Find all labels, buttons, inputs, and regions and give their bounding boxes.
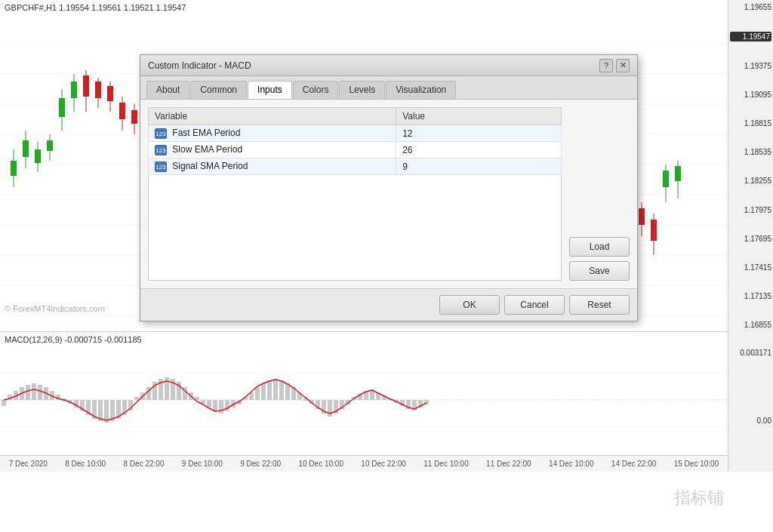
dialog-side-area: Variable Value 123 Fast EMA Period 12 <box>148 107 630 281</box>
tab-about[interactable]: About <box>146 81 189 99</box>
svg-rect-19 <box>59 98 65 117</box>
table-cell-value-3[interactable]: 9 <box>396 158 562 175</box>
time-label-3: 8 Dec 22:00 <box>124 460 165 468</box>
macd-title: MACD(12,26,9) -0.000715 -0.001185 <box>5 335 142 344</box>
table-row[interactable]: 123 Fast EMA Period 12 <box>149 125 562 142</box>
svg-rect-17 <box>47 140 53 151</box>
dialog-main-area: Variable Value 123 Fast EMA Period 12 <box>148 107 562 281</box>
indicator-dialog: Custom Indicator - MACD ? ✕ About Common… <box>140 54 638 321</box>
time-label-12: 15 Dec 10:00 <box>674 460 719 468</box>
inputs-table: Variable Value 123 Fast EMA Period 12 <box>148 107 562 281</box>
load-button[interactable]: Load <box>569 237 630 257</box>
dialog-help-button[interactable]: ? <box>599 59 613 72</box>
svg-rect-29 <box>119 103 125 119</box>
svg-rect-13 <box>23 140 29 157</box>
chart-title: GBPCHF#,H1 1.19554 1.19561 1.19521 1.195… <box>5 3 186 12</box>
svg-rect-160 <box>213 400 217 411</box>
dialog-tabs: About Common Inputs Colors Levels Visual… <box>140 76 637 100</box>
chart-container: GBPCHF#,H1 1.19554 1.19561 1.19521 1.195… <box>0 0 773 532</box>
table-cell-value-2[interactable]: 26 <box>396 142 562 158</box>
tab-visualization[interactable]: Visualization <box>386 81 456 99</box>
dialog-controls: ? ✕ <box>599 59 630 72</box>
svg-rect-172 <box>285 383 290 400</box>
time-label-11: 14 Dec 22:00 <box>611 460 657 468</box>
time-axis: 7 Dec 2020 8 Dec 10:00 8 Dec 22:00 9 Dec… <box>0 455 728 472</box>
svg-rect-142 <box>104 400 109 423</box>
time-label-6: 10 Dec 10:00 <box>298 460 343 468</box>
tab-common[interactable]: Common <box>190 81 247 99</box>
var-name-3: Signal SMA Period <box>172 161 248 171</box>
table-row[interactable]: 123 Signal SMA Period 9 <box>149 158 562 175</box>
var-name-2: Slow EMA Period <box>172 144 242 155</box>
svg-rect-11 <box>11 161 17 176</box>
table-cell-variable-1: 123 Fast EMA Period <box>149 125 396 142</box>
price-label-5: 1.18535 <box>730 148 771 156</box>
save-button[interactable]: Save <box>569 261 630 281</box>
col-value-header: Value <box>396 108 562 125</box>
table-row[interactable]: 123 Slow EMA Period 26 <box>149 142 562 158</box>
price-label-1: 1.19655 <box>730 3 771 11</box>
watermark-cn: 指标铺 <box>674 487 724 509</box>
tab-colors[interactable]: Colors <box>293 81 339 99</box>
svg-rect-129 <box>26 385 30 400</box>
ok-button[interactable]: OK <box>439 295 500 315</box>
macd-price-axis: 0.003171 0.00 <box>728 332 773 472</box>
time-label-8: 11 Dec 10:00 <box>423 460 469 468</box>
svg-rect-169 <box>267 380 272 400</box>
table-cell-variable-3: 123 Signal SMA Period <box>149 158 396 175</box>
svg-rect-159 <box>207 400 211 407</box>
var-icon-2: 123 <box>155 145 167 155</box>
dialog-title: Custom Indicator - MACD <box>148 60 251 71</box>
svg-rect-131 <box>38 385 42 400</box>
price-label-8: 1.17695 <box>730 235 771 243</box>
svg-rect-162 <box>225 400 229 411</box>
tab-levels[interactable]: Levels <box>339 81 385 99</box>
var-icon-1: 123 <box>155 128 167 139</box>
svg-rect-115 <box>639 208 645 225</box>
var-name-1: Fast EMA Period <box>172 128 240 138</box>
svg-rect-171 <box>279 380 284 400</box>
col-variable-header: Variable <box>149 108 396 125</box>
svg-rect-21 <box>71 81 77 98</box>
svg-rect-170 <box>273 379 278 400</box>
time-label-4: 9 Dec 10:00 <box>182 460 223 468</box>
macd-svg <box>0 346 728 455</box>
dialog-footer: OK Cancel Reset <box>140 288 637 321</box>
svg-rect-31 <box>131 110 137 124</box>
time-label-5: 9 Dec 22:00 <box>240 460 281 468</box>
time-label-9: 11 Dec 22:00 <box>486 460 531 468</box>
macd-chart: MACD(12,26,9) -0.000715 -0.001185 <box>0 332 773 472</box>
table-cell-value-1[interactable]: 12 <box>396 125 562 142</box>
table-cell-variable-2: 123 Slow EMA Period <box>149 142 396 158</box>
svg-rect-119 <box>663 171 669 187</box>
price-label-2: 1.19375 <box>730 62 771 70</box>
svg-rect-117 <box>651 220 657 241</box>
svg-rect-161 <box>219 400 223 414</box>
time-label-7: 10 Dec 22:00 <box>361 460 406 468</box>
price-label-9: 1.17415 <box>730 263 771 272</box>
svg-rect-130 <box>32 383 36 400</box>
svg-rect-27 <box>107 86 113 101</box>
price-label-current: 1.19547 <box>730 32 771 42</box>
dialog-titlebar: Custom Indicator - MACD ? ✕ <box>140 55 637 76</box>
dialog-body: Variable Value 123 Fast EMA Period 12 <box>140 100 637 288</box>
price-label-11: 1.16855 <box>730 321 771 329</box>
price-label-4: 1.18815 <box>730 119 771 128</box>
macd-price-3: 0.00 <box>730 417 771 425</box>
var-icon-3: 123 <box>155 161 167 172</box>
table-empty-row <box>149 175 562 281</box>
dialog-close-button[interactable]: ✕ <box>616 59 630 72</box>
svg-rect-168 <box>261 383 266 400</box>
time-label-10: 14 Dec 10:00 <box>549 460 594 468</box>
svg-rect-147 <box>134 397 139 400</box>
svg-rect-25 <box>95 81 101 98</box>
cancel-button[interactable]: Cancel <box>504 295 565 315</box>
reset-button[interactable]: Reset <box>569 295 630 315</box>
side-buttons: Load Save <box>569 107 630 281</box>
tab-inputs[interactable]: Inputs <box>248 81 292 99</box>
svg-rect-167 <box>255 387 260 400</box>
price-axis: 1.19655 1.19547 1.19375 1.19095 1.18815 … <box>728 0 773 332</box>
price-label-6: 1.18255 <box>730 177 771 185</box>
price-label-3: 1.19095 <box>730 91 771 99</box>
svg-rect-125 <box>2 400 6 406</box>
